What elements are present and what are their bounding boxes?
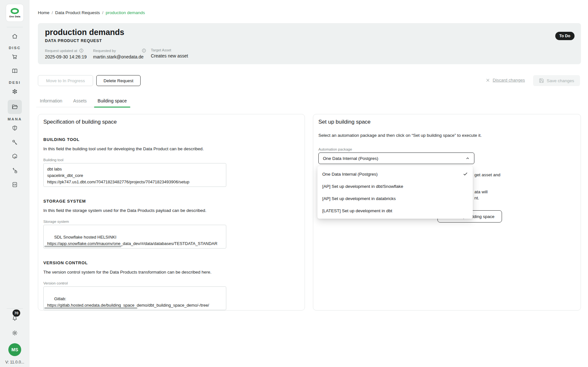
sidebar-divider [7,27,23,27]
sidebar-item-api-docs[interactable] [8,178,22,191]
sidebar: One Data DISC DESI MANA A [0,0,30,367]
sidebar-item-home[interactable] [8,30,22,43]
storage-system-field-label: Storage system [43,220,299,223]
sidebar-bottom-divider [7,308,23,309]
info-icon[interactable] [79,48,84,53]
settings-button[interactable] [8,327,22,339]
onedata-logo-label: One Data [9,15,21,18]
cluster-icon [11,88,18,95]
info-icon[interactable] [142,48,146,53]
obscured-text-fragment: get asset and [474,172,500,177]
tab-building-space[interactable]: Building space [94,96,130,107]
building-tool-heading: BUILDING TOOL [43,137,299,142]
meta-updated-value: 2025-09-30 14:26:19 [45,54,93,59]
svg-text:A: A [14,156,16,159]
home-icon [11,33,18,40]
discard-changes-button[interactable]: Discard changes [486,78,525,83]
dropdown-option-dbt-snowflake[interactable]: [AP] Set up development in dbt/Snowflake [317,180,473,192]
sidebar-item-connections[interactable] [8,164,22,177]
specification-panel-title: Specification of building space [43,119,299,125]
breadcrumb-home[interactable]: Home [38,10,49,15]
automation-package-dropdown: One Data Internal (Postgres) [AP] Set up… [317,166,473,219]
user-avatar[interactable]: MS [8,343,21,356]
tab-assets[interactable]: Assets [70,96,90,107]
setup-panel-description: Select an automation package and then cl… [318,133,575,138]
building-tool-description: In this field the building tool used for… [43,146,299,151]
close-icon [486,78,490,83]
storage-system-heading: STORAGE SYSTEM [43,199,299,204]
meta-requested-by: Requested by martin.stark@onedata.de [93,48,151,59]
move-to-in-progress-button[interactable]: Move to In Progress [38,75,93,86]
page-subtitle: DATA PRODUCT REQUEST [45,39,574,43]
automation-package-select[interactable]: One Data Internal (Postgres) [318,153,474,164]
horizontal-scrollbar[interactable] [44,307,137,309]
meta-updated-at: Request updated at 2025-09-30 14:26:19 [45,48,93,59]
sidebar-item-access-keys[interactable] [8,136,22,149]
dropdown-option-label: [AP] Set up development in databricks [322,196,396,201]
automation-package-value: One Data Internal (Postgres) [323,156,378,161]
sidebar-item-marketplace[interactable] [8,50,22,63]
storage-system-description: In this field the storage system used fo… [43,208,299,213]
dropdown-option-latest-dbt[interactable]: [LATEST] Set up development in dbt [317,205,473,217]
onedata-logo-icon [11,8,19,14]
obscured-text-fragment: ata will [474,189,488,194]
sidebar-item-data-product-requests[interactable] [8,100,22,114]
sidebar-section-manage: MANA [8,117,22,121]
breadcrumb-separator: / [102,10,103,15]
request-meta: Request updated at 2025-09-30 14:26:19 R… [45,48,574,59]
storage-system-text: SDL Snowflake hosted HELSINKI https://ap… [47,235,217,246]
automation-package-label: Automation package [318,147,575,151]
dropdown-option-label: One Data Internal (Postgres) [322,172,378,177]
breadcrumb-separator: / [52,10,53,15]
sidebar-section-design: DESI [9,81,21,84]
delete-request-button[interactable]: Delete Request [96,75,141,86]
specification-panel: Specification of building space BUILDING… [38,114,305,310]
open-book-icon [11,67,18,74]
dropdown-option-one-data-internal[interactable]: One Data Internal (Postgres) [317,168,473,180]
code-document-icon [11,181,18,188]
meta-updated-label: Request updated at [45,49,77,53]
discard-changes-label: Discard changes [493,78,525,83]
key-icon [11,139,18,146]
save-changes-button[interactable]: Save changes [533,75,580,86]
shield-icon [11,125,18,132]
meta-target-label: Target Asset [151,48,171,52]
building-tool-textarea[interactable]: dbt labs spacelink_dbt_core https://pk74… [43,163,226,187]
dropdown-option-databricks[interactable]: [AP] Set up development in databricks [317,192,473,205]
meta-target-asset: Target Asset Creates new asset [151,48,188,59]
version-control-field-label: Version control [43,281,299,285]
version-control-description: The version control system for the Data … [43,270,299,275]
notification-badge: 70 [13,310,20,317]
onedata-logo[interactable]: One Data [6,4,24,22]
tab-information[interactable]: Information [36,96,66,107]
obscured-text-fragment: nt. [474,196,479,200]
save-icon [539,78,544,83]
setup-panel-title: Set up building space [318,119,575,125]
notifications-button[interactable]: 70 [8,312,22,325]
open-folder-icon [11,103,18,110]
breadcrumb-data-product-requests[interactable]: Data Product Requests [55,10,100,15]
sidebar-item-automation[interactable]: A [8,150,22,163]
sidebar-item-catalog[interactable] [8,65,22,77]
cart-icon [11,53,18,60]
storage-system-textarea[interactable]: SDL Snowflake hosted HELSINKI https://ap… [43,225,226,249]
version-control-text: Gitlab: https://gitlab.hosted.onedata.de… [47,296,209,308]
app-window: One Data DISC DESI MANA A [0,0,588,367]
check-icon [463,171,468,177]
version-control-textarea[interactable]: Gitlab: https://gitlab.hosted.onedata.de… [43,286,226,310]
horizontal-scrollbar[interactable] [44,246,121,247]
meta-target-value: Creates new asset [151,53,188,58]
tab-bar: Information Assets Building space [36,96,130,107]
version-control-heading: VERSION CONTROL [43,260,299,265]
meta-requested-label: Requested by [93,49,116,53]
dropdown-option-label: [LATEST] Set up development in dbt [322,208,392,213]
save-changes-label: Save changes [547,78,574,83]
sidebar-section-discover: DISC [9,46,21,50]
building-tool-field-label: Building tool [43,158,299,162]
breadcrumb: Home / Data Product Requests / productio… [38,10,145,15]
request-header-card: production demands DATA PRODUCT REQUEST … [38,23,581,64]
dropdown-option-label: [AP] Set up development in dbt/Snowflake [322,184,403,189]
page-title: production demands [45,28,574,37]
sidebar-item-security[interactable] [8,122,22,135]
sidebar-item-workflows[interactable] [8,85,22,98]
